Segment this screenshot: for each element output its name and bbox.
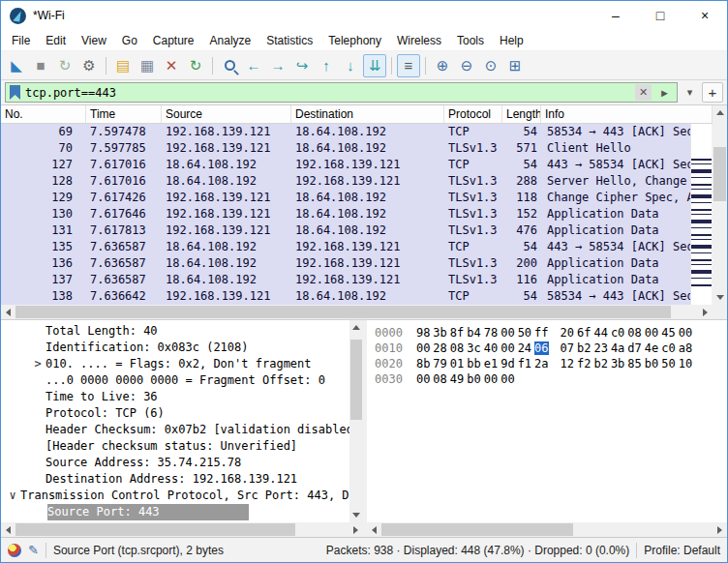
go-first-button[interactable]: ↑ [315, 54, 338, 77]
hex-row[interactable]: 00100028083c4000240607b2234ad74ec0a8 [375, 341, 727, 356]
go-to-packet-button[interactable]: ↪ [290, 54, 314, 77]
filter-add-button[interactable]: + [702, 82, 723, 103]
packet-row[interactable]: 1357.63658718.64.108.192192.168.139.121T… [1, 239, 690, 255]
column-header-destination[interactable]: Destination [291, 105, 444, 123]
detail-row[interactable]: Destination Address: 192.168.139.121 [1, 471, 349, 488]
hscroll-thumb[interactable] [15, 306, 671, 318]
capture-options-button[interactable]: ⚙ [77, 54, 101, 77]
packet-row[interactable]: 1287.61701618.64.108.192192.168.139.121T… [1, 173, 690, 190]
restart-capture-button[interactable]: ↻ [53, 54, 76, 77]
packet-row[interactable]: 1297.617426192.168.139.12118.64.108.192T… [1, 190, 690, 206]
packet-row[interactable]: 1367.63658718.64.108.192192.168.139.121T… [1, 255, 690, 272]
filter-dropdown-button[interactable]: ▾ [682, 84, 698, 101]
bookmark-icon[interactable] [10, 85, 20, 100]
column-header-source[interactable]: Source [162, 105, 291, 123]
packet-row[interactable]: 697.597478192.168.139.12118.64.108.192TC… [1, 124, 690, 140]
scroll-up-button[interactable] [713, 105, 727, 120]
detail-row[interactable]: Time to Live: 36 [1, 389, 349, 405]
scroll-down-button[interactable] [713, 290, 727, 305]
scroll-left-button[interactable] [1, 305, 15, 319]
filter-input[interactable]: tcp.port==443 [25, 86, 630, 100]
packet-row[interactable]: 1387.636642192.168.139.12118.64.108.192T… [1, 288, 690, 305]
hscroll-groove[interactable] [15, 522, 349, 537]
menu-help[interactable]: Help [492, 31, 531, 50]
filter-field[interactable]: tcp.port==443 ✕ ► [5, 82, 678, 103]
zoom-out-button[interactable]: ⊖ [455, 54, 478, 77]
colorize-button[interactable]: ≡ [397, 54, 420, 77]
menu-analyze[interactable]: Analyze [202, 31, 259, 50]
menu-statistics[interactable]: Statistics [258, 31, 320, 50]
filter-clear-button[interactable]: ✕ [635, 84, 652, 101]
packet-row[interactable]: 1307.617646192.168.139.12118.64.108.192T… [1, 206, 690, 222]
detail-row[interactable]: Header Checksum: 0x07b2 [validation disa… [1, 422, 349, 438]
hex-hscrollbar[interactable] [367, 522, 727, 537]
packet-list-hscrollbar[interactable] [1, 305, 713, 319]
maximize-button[interactable]: □ [638, 1, 682, 30]
menu-view[interactable]: View [74, 31, 114, 50]
vscroll-groove[interactable] [713, 120, 727, 290]
hex-row[interactable]: 0000983b8fb4780050ff206f44c008004500 [375, 325, 727, 341]
detail-row[interactable]: Source Address: 35.74.215.78 [1, 455, 349, 471]
reload-file-button[interactable]: ↻ [184, 54, 207, 77]
packet-row[interactable]: 707.597785192.168.139.12118.64.108.192TL… [1, 140, 690, 157]
hex-row[interactable]: 0030000849b00000 [375, 371, 727, 387]
vscroll-thumb[interactable] [713, 147, 726, 201]
start-capture-button[interactable]: ◣ [5, 54, 28, 77]
vscroll-groove[interactable] [349, 335, 363, 508]
detail-row[interactable]: >010. .... = Flags: 0x2, Don't fragment [1, 356, 349, 372]
menu-wireless[interactable]: Wireless [389, 31, 449, 50]
packet-row[interactable]: 1317.617813192.168.139.12118.64.108.192T… [1, 222, 690, 239]
details-vscrollbar[interactable] [349, 320, 363, 522]
column-header-length[interactable]: Length [502, 105, 541, 123]
collapsed-arrow-icon[interactable]: > [30, 356, 46, 372]
detail-row[interactable]: ...0 0000 0000 0000 = Fragment Offset: 0 [1, 372, 349, 389]
go-back-button[interactable]: ← [242, 54, 265, 77]
scroll-left-button[interactable] [367, 522, 381, 537]
details-hscrollbar[interactable] [1, 522, 363, 537]
scroll-right-button[interactable] [349, 522, 363, 537]
menu-edit[interactable]: Edit [38, 31, 74, 50]
intelligent-scrollbar-minimap[interactable] [690, 124, 712, 305]
stop-capture-button[interactable]: ■ [29, 54, 52, 77]
scroll-right-button[interactable] [698, 305, 713, 319]
column-header-no[interactable]: No. [1, 105, 86, 123]
find-packet-button[interactable] [218, 54, 241, 77]
detail-row[interactable]: Total Length: 40 [1, 323, 349, 340]
scroll-left-button[interactable] [1, 522, 15, 537]
profile-text[interactable]: Profile: Default [644, 544, 720, 557]
scroll-up-button[interactable] [349, 320, 363, 335]
expanded-arrow-icon[interactable]: ∨ [5, 488, 20, 504]
expert-info-icon[interactable] [8, 544, 21, 557]
packet-list-vscrollbar[interactable] [713, 105, 727, 305]
detail-row[interactable]: Identification: 0x083c (2108) [1, 340, 349, 356]
column-header-time[interactable]: Time [86, 105, 162, 123]
go-last-button[interactable]: ↓ [339, 54, 362, 77]
zoom-in-button[interactable]: ⊕ [431, 54, 454, 77]
hscroll-groove[interactable] [381, 522, 713, 537]
hex-row[interactable]: 00208b7901bbe19df12a12f2b23b85b05010 [375, 356, 727, 371]
auto-scroll-button[interactable]: ⇊ [363, 54, 386, 77]
save-file-button[interactable]: ▦ [136, 54, 159, 77]
menu-file[interactable]: File [4, 31, 38, 50]
detail-row[interactable]: ∨Transmission Control Protocol, Src Port… [1, 488, 349, 504]
close-button[interactable]: × [682, 1, 727, 30]
column-header-info[interactable]: Info [541, 105, 713, 123]
filter-apply-button[interactable]: ► [656, 84, 673, 101]
packet-row[interactable]: 1277.61701618.64.108.192192.168.139.121T… [1, 157, 690, 173]
hscroll-groove[interactable] [15, 305, 698, 319]
hscroll-thumb[interactable] [15, 523, 295, 536]
menu-go[interactable]: Go [114, 31, 145, 50]
scroll-down-button[interactable] [349, 508, 363, 522]
packet-row[interactable]: 1377.63658718.64.108.192192.168.139.121T… [1, 272, 690, 288]
open-file-button[interactable]: ▤ [111, 54, 135, 77]
zoom-reset-button[interactable]: ⊙ [479, 54, 502, 77]
menu-capture[interactable]: Capture [145, 31, 202, 50]
detail-row-selected[interactable]: Source Port: 443 [1, 504, 349, 520]
detail-row[interactable]: Protocol: TCP (6) [1, 405, 349, 422]
detail-row[interactable]: [Header checksum status: Unverified] [1, 438, 349, 455]
capture-comment-icon[interactable]: ✎ [28, 543, 39, 557]
menu-tools[interactable]: Tools [449, 31, 492, 50]
vscroll-thumb[interactable] [350, 340, 362, 419]
go-forward-button[interactable]: → [266, 54, 289, 77]
menu-telephony[interactable]: Telephony [320, 31, 389, 50]
